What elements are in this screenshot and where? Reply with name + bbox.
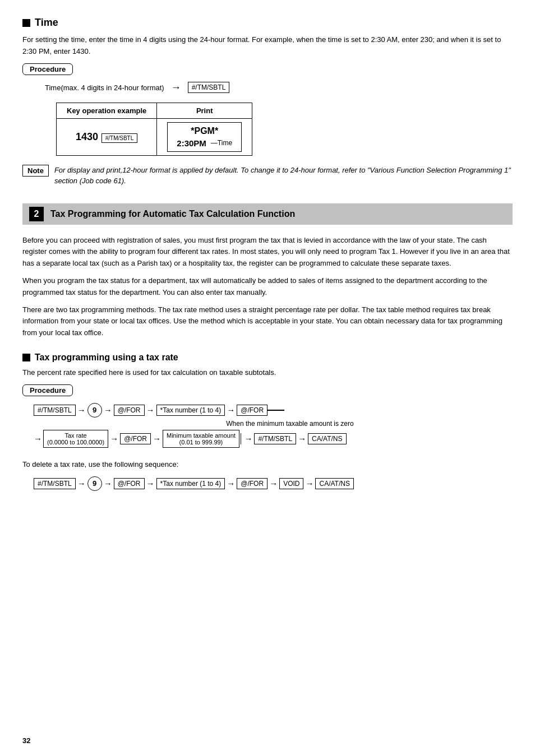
branch-label: When the minimum taxable amount is zero: [101, 420, 479, 428]
arrow-icon: →: [171, 82, 181, 94]
procedure-badge-time: Procedure: [22, 63, 73, 75]
row2-start-arrow: →: [34, 434, 42, 443]
del-arr-3: →: [146, 479, 155, 488]
tax-section-title: Tax Programming for Automatic Tax Calcul…: [50, 209, 295, 219]
tax-rate-heading: Tax programming using a tax rate: [22, 353, 513, 363]
tax-rate-subsection: Tax programming using a tax rate The per…: [22, 353, 513, 491]
flow-ca-at-ns: CA/AT/NS: [308, 433, 346, 444]
pgm-text: *PGM*: [177, 126, 232, 136]
del-flow-9: 9: [87, 476, 102, 491]
time-value: 2:30PM: [177, 138, 206, 148]
time-section: Time For setting the time, enter the tim…: [22, 17, 513, 187]
delete-flow-row: #/TM/SBTL → 9 → @/FOR → *Tax number (1 t…: [34, 476, 513, 491]
flow-tax-number: *Tax number (1 to 4): [156, 405, 225, 416]
tax-rate-body: The percent rate specified here is used …: [22, 367, 513, 379]
key-number: 1430: [76, 131, 98, 142]
tax-rate-title: Tax programming using a tax rate: [35, 353, 178, 363]
time-row: 2:30PM —Time: [177, 138, 232, 148]
del-arr-6: →: [305, 479, 313, 488]
flow-tax-rate: Tax rate (0.0000 to 100.0000): [43, 430, 108, 448]
black-square-icon-2: [22, 354, 30, 361]
key-op-header: Key operation example: [57, 103, 157, 118]
key-btn-label: #/TM/SBTL: [102, 133, 138, 143]
key-operation-table: Key operation example Print 1430 #/TM/SB…: [56, 103, 252, 156]
arrow-r2-3: →: [244, 434, 252, 443]
tax-flow-diagram: #/TM/SBTL → 9 → @/FOR → *Tax number (1 t…: [34, 403, 513, 448]
tax-body2: When you program the tax status for a de…: [22, 275, 513, 299]
flow-circle-9: 9: [87, 403, 102, 418]
flow-htm-sbtl-1: #/TM/SBTL: [34, 405, 76, 416]
tax-section-body: Before you can proceed with registration…: [22, 235, 513, 339]
page-number: 32: [22, 736, 30, 745]
branch-mid: When the minimum taxable amount is zero …: [34, 420, 513, 448]
del-flow-tax-num: *Tax number (1 to 4): [156, 478, 225, 489]
arrow-r2-2: →: [153, 434, 161, 443]
time-heading: Time: [22, 17, 513, 29]
del-arr-5: →: [269, 479, 278, 488]
procedure-badge-tax: Procedure: [22, 384, 73, 396]
flow-min-taxable: Minimum taxable amount (0.01 to 999.99): [163, 430, 239, 448]
tax-body3: There are two tax programming methods. T…: [22, 304, 513, 339]
tax-body1: Before you can proceed with registration…: [22, 235, 513, 270]
note-label: Note: [22, 165, 49, 177]
delete-label: To delete a tax rate, use the following …: [22, 459, 513, 471]
del-flow-ca: CA/AT/NS: [315, 478, 353, 489]
print-cell: *PGM* 2:30PM —Time: [157, 118, 252, 155]
del-flow-htm: #/TM/SBTL: [34, 478, 76, 489]
del-arr-4: →: [227, 479, 235, 488]
flow-at-for-1: @/FOR: [114, 405, 145, 416]
arrow-r2-1: →: [110, 434, 118, 443]
branch-line-h: [268, 410, 284, 411]
flow-at-for-2a: @/FOR: [237, 405, 268, 416]
del-flow-void: VOID: [279, 478, 303, 489]
del-flow-at-for-1: @/FOR: [114, 478, 145, 489]
arrow-2: →: [104, 405, 112, 415]
note-box: Note For display and print,12-hour forma…: [22, 165, 513, 187]
section-2-number: 2: [29, 207, 44, 221]
note-text: For display and print,12-hour format is …: [54, 165, 513, 187]
print-receipt: *PGM* 2:30PM —Time: [167, 122, 242, 152]
flow-at-for-2b: @/FOR: [120, 433, 151, 444]
black-square-icon: [22, 19, 30, 27]
time-title: Time: [35, 17, 58, 29]
time-label: —Time: [211, 139, 232, 147]
arrow-3: →: [146, 405, 155, 415]
del-arr-2: →: [104, 479, 112, 488]
arrow-1: →: [77, 405, 86, 415]
del-flow-at-for-2: @/FOR: [237, 478, 268, 489]
v-tick: [241, 433, 242, 444]
time-body: For setting the time, enter the time in …: [22, 34, 513, 58]
branch-body: When the minimum taxable amount is zero …: [34, 418, 513, 448]
tax-flow-row2: → Tax rate (0.0000 to 100.0000) → @/FOR …: [34, 430, 513, 448]
arrow-r2-4: →: [298, 434, 306, 443]
arrow-4: →: [227, 405, 235, 415]
del-arr-1: →: [77, 479, 86, 488]
print-header: Print: [157, 103, 252, 118]
tax-section-header: 2 Tax Programming for Automatic Tax Calc…: [22, 203, 513, 225]
htm-sbtl-key-time: #/TM/SBTL: [188, 82, 230, 93]
flow-htm-sbtl-2: #/TM/SBTL: [254, 433, 296, 444]
key-example-cell: 1430 #/TM/SBTL: [57, 118, 157, 155]
branch-container: When the minimum taxable amount is zero …: [34, 418, 513, 448]
time-procedure-diagram: Time(max. 4 digits in 24-hour format) → …: [45, 82, 513, 94]
time-diagram-label: Time(max. 4 digits in 24-hour format): [45, 84, 164, 92]
tax-flow-row1: #/TM/SBTL → 9 → @/FOR → *Tax number (1 t…: [34, 403, 513, 418]
